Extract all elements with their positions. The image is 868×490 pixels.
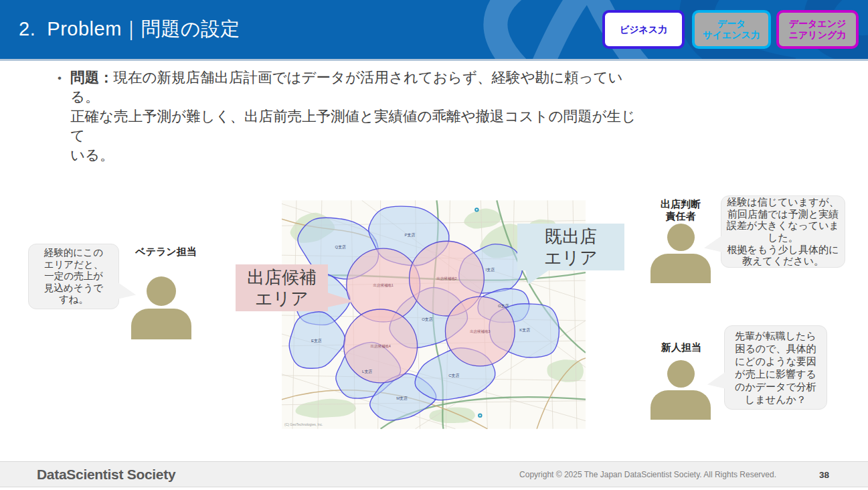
badge-datascience-skill: データ サイエンス力: [692, 10, 771, 49]
footer-bar: DataScientist Society Copyright © 2025 T…: [0, 461, 868, 487]
svg-text:C支店: C支店: [448, 373, 459, 378]
problem-label: 問題：: [70, 70, 114, 86]
person-head: [147, 276, 176, 306]
person-head: [667, 224, 695, 251]
problem-statement: • 問題：現在の新規店舗出店計画ではデータが活用されておらず、経験や勘に頼ってい…: [58, 68, 646, 165]
svg-text:E支店: E支店: [311, 338, 322, 343]
bullet-icon: •: [58, 68, 62, 88]
svg-text:L支店: L支店: [362, 369, 372, 374]
person-icon-manager: [650, 224, 711, 283]
person-icon-rookie: [650, 360, 711, 420]
existing-area-label: 既出店 エリア: [517, 224, 624, 270]
person-head: [667, 360, 695, 388]
speech-bubble-veteran: 経験的にこの エリアだと、 一定の売上が 見込めそうで すね。: [28, 244, 119, 309]
svg-text:出店候補地2: 出店候補地2: [436, 276, 456, 281]
copyright-text: Copyright © 2025 The Japan DataScientist…: [519, 470, 776, 479]
slide: 2. Problem｜問題の設定 ビジネス力 データ サイエンス力 データエンジ…: [0, 0, 868, 490]
svg-text:O支店: O支店: [422, 317, 433, 322]
svg-text:出店候補地4: 出店候補地4: [370, 344, 390, 349]
svg-text:K支店: K支店: [519, 327, 530, 333]
problem-text: 問題：現在の新規店舗出店計画ではデータが活用されておらず、経験や勘に頼っている。…: [70, 68, 646, 165]
page-title: 2. Problem｜問題の設定: [19, 16, 240, 43]
badge-dataengineering-skill: データエンジ ニアリング力: [776, 10, 859, 49]
svg-text:出店候補地3: 出店候補地3: [470, 329, 490, 334]
header-bar: 2. Problem｜問題の設定 ビジネス力 データ サイエンス力 データエンジ…: [0, 0, 868, 61]
person-icon-veteran: [131, 276, 191, 339]
brand-logo-text: DataScientist Society: [37, 467, 175, 483]
page-number: 38: [819, 469, 829, 479]
person-torso: [131, 309, 191, 339]
svg-text:Q支店: Q支店: [335, 244, 347, 250]
person-torso: [650, 390, 711, 420]
svg-text:I支店: I支店: [486, 267, 495, 272]
badge-business-skill: ビジネス力: [602, 10, 685, 49]
candidate-area-label: 出店候補 エリア: [236, 264, 328, 311]
role-label-manager: 出店判断 責任者: [652, 198, 709, 222]
person-torso: [650, 254, 711, 283]
role-label-rookie: 新人担当: [655, 341, 708, 353]
svg-text:G支店: G支店: [498, 303, 509, 309]
role-label-veteran: ベテラン担当: [131, 246, 201, 258]
svg-text:出店候補地1: 出店候補地1: [373, 283, 393, 288]
speech-bubble-rookie: 先輩が転職したら 困るので、具体的 にどのような要因 が売上に影響する のかデー…: [724, 325, 827, 410]
svg-text:P支店: P支店: [405, 232, 416, 238]
svg-text:(C) GeoTechnologies, Inc.: (C) GeoTechnologies, Inc.: [284, 422, 323, 426]
speech-bubble-manager: 経験は信じていますが、 前回店舗では予測と実績 誤差が大きくなっていま した。 …: [721, 195, 845, 268]
svg-text:M支店: M支店: [396, 396, 408, 401]
